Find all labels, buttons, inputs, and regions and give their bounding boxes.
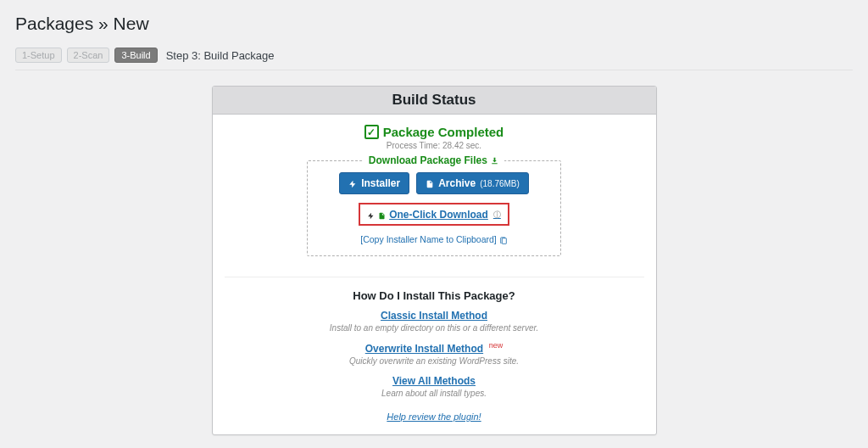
divider xyxy=(15,70,853,70)
help-icon[interactable]: ⓘ xyxy=(493,210,501,221)
svg-rect-0 xyxy=(502,238,506,244)
page-title: Packages » New xyxy=(15,14,853,34)
check-icon: ✓ xyxy=(364,125,379,139)
download-legend: Download Package Files xyxy=(364,154,504,166)
bolt-icon xyxy=(348,177,357,189)
build-status-panel: Build Status ✓ Package Completed Process… xyxy=(212,86,657,435)
step-label: Step 3: Build Package xyxy=(166,49,275,62)
copy-installer-link[interactable]: [Copy Installer Name to Clipboard] xyxy=(318,234,550,244)
step-1-setup: 1-Setup xyxy=(15,48,62,63)
status-completed: ✓ Package Completed xyxy=(225,125,644,139)
step-3-build: 3-Build xyxy=(114,48,157,63)
review-plugin-link[interactable]: Help review the plugin! xyxy=(387,412,481,422)
panel-title: Build Status xyxy=(213,87,656,115)
file-icon xyxy=(378,210,386,221)
one-click-download-link[interactable]: One-Click Download ⓘ xyxy=(367,209,501,221)
overwrite-install-sub: Quickly overwrite an existing WordPress … xyxy=(225,356,644,366)
clipboard-icon xyxy=(499,235,508,244)
archive-size: (18.76MB) xyxy=(480,179,520,188)
download-icon xyxy=(490,154,499,166)
step-2-scan: 2-Scan xyxy=(67,48,110,63)
installer-button[interactable]: Installer xyxy=(339,172,409,194)
install-heading: How Do I Install This Package? xyxy=(225,289,644,302)
one-click-highlight: One-Click Download ⓘ xyxy=(359,203,509,226)
bolt-icon xyxy=(367,210,375,221)
view-all-methods-link[interactable]: View All Methods xyxy=(392,375,476,387)
overwrite-install-link[interactable]: Overwrite Install Method xyxy=(365,343,483,355)
view-all-sub: Learn about all install types. xyxy=(225,389,644,398)
classic-install-sub: Install to an empty directory on this or… xyxy=(225,323,644,333)
step-indicator: 1-Setup 2-Scan 3-Build Step 3: Build Pac… xyxy=(15,48,853,63)
new-tag: new xyxy=(489,341,504,350)
classic-install-link[interactable]: Classic Install Method xyxy=(381,310,487,322)
download-box: Download Package Files Installer Archiv xyxy=(307,160,561,256)
panel-divider xyxy=(225,277,644,277)
status-text: Package Completed xyxy=(383,125,504,139)
file-icon xyxy=(426,177,434,189)
process-time: Process Time: 28.42 sec. xyxy=(225,141,644,150)
archive-button[interactable]: Archive (18.76MB) xyxy=(416,172,529,194)
